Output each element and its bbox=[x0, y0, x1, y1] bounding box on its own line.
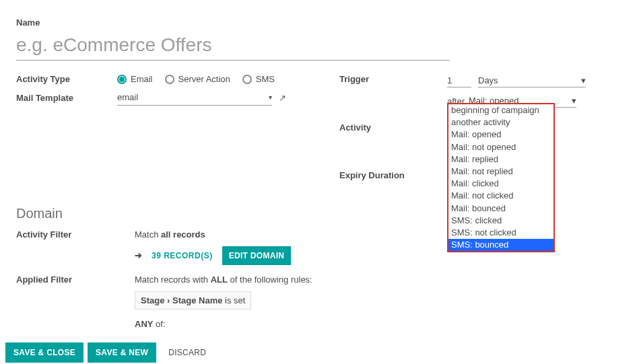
save-close-button[interactable]: SAVE & CLOSE bbox=[5, 342, 83, 363]
dropdown-option[interactable]: Mail: not clicked bbox=[448, 190, 554, 202]
dropdown-option[interactable]: SMS: bounced bbox=[448, 239, 554, 251]
mail-template-value: email bbox=[117, 92, 138, 102]
dropdown-option[interactable]: beginning of campaign bbox=[448, 104, 554, 116]
applied-post: of the following rules: bbox=[228, 275, 312, 285]
chevron-down-icon: ▾ bbox=[269, 94, 272, 101]
radio-email[interactable]: Email bbox=[117, 74, 153, 84]
trigger-unit-value: Days bbox=[478, 75, 498, 85]
trigger-unit-select[interactable]: Days ▾ bbox=[478, 74, 586, 87]
applied-all: ALL bbox=[211, 275, 228, 285]
records-count-link[interactable]: 39 RECORD(S) bbox=[152, 251, 213, 260]
dropdown-option[interactable]: SMS: clicked bbox=[448, 215, 554, 227]
any-word: ANY bbox=[135, 319, 153, 329]
rule-chip[interactable]: Stage › Stage Name is set bbox=[135, 291, 251, 310]
applied-filter-label: Applied Filter bbox=[16, 275, 135, 329]
name-input[interactable] bbox=[16, 30, 450, 61]
activity-label: Activity bbox=[339, 122, 447, 133]
mail-template-label: Mail Template bbox=[16, 93, 117, 103]
radio-server-action[interactable]: Server Action bbox=[165, 74, 230, 84]
expiry-label: Expiry Duration bbox=[339, 170, 447, 180]
dropdown-option[interactable]: Mail: opened bbox=[448, 129, 554, 141]
trigger-count-input[interactable]: 1 bbox=[447, 74, 471, 87]
chip-subfield: Stage Name bbox=[172, 295, 222, 305]
trigger-label: Trigger bbox=[339, 74, 447, 84]
footer-actions: SAVE & CLOSE SAVE & NEW DISCARD bbox=[5, 342, 214, 363]
radio-email-label: Email bbox=[131, 74, 153, 84]
dropdown-option[interactable]: Mail: replied bbox=[448, 153, 554, 166]
dropdown-option[interactable]: Mail: bounced bbox=[448, 203, 554, 215]
discard-button[interactable]: DISCARD bbox=[160, 342, 214, 363]
edit-domain-button[interactable]: EDIT DOMAIN bbox=[222, 246, 292, 265]
dropdown-option[interactable]: Mail: not replied bbox=[448, 166, 554, 178]
applied-pre: Match records with bbox=[135, 275, 211, 285]
dropdown-option[interactable]: another activity bbox=[448, 116, 554, 129]
activity-type-radios: Email Server Action SMS bbox=[117, 74, 275, 84]
any-post: of: bbox=[153, 319, 165, 329]
external-link-icon[interactable]: ↗ bbox=[279, 93, 286, 103]
dropdown-option[interactable]: SMS: not clicked bbox=[448, 227, 554, 239]
chevron-down-icon: ▾ bbox=[581, 75, 586, 85]
chevron-down-icon: ▾ bbox=[572, 96, 576, 106]
radio-server-action-label: Server Action bbox=[178, 74, 230, 84]
trigger-after-dropdown: beginning of campaign another activity M… bbox=[447, 103, 555, 252]
radio-sms[interactable]: SMS bbox=[242, 74, 275, 84]
arrow-right-icon: ➔ bbox=[135, 250, 142, 260]
chip-operator: is set bbox=[225, 295, 245, 305]
match-all-records: all records bbox=[161, 229, 205, 240]
radio-sms-label: SMS bbox=[256, 74, 275, 84]
dropdown-option[interactable]: Mail: clicked bbox=[448, 178, 554, 190]
dropdown-option[interactable]: Mail: not opened bbox=[448, 141, 554, 153]
chevron-right-icon: › bbox=[167, 295, 170, 305]
activity-type-label: Activity Type bbox=[16, 74, 117, 84]
save-new-button[interactable]: SAVE & NEW bbox=[88, 342, 156, 363]
chip-field: Stage bbox=[141, 295, 164, 305]
name-label: Name bbox=[16, 17, 619, 28]
mail-template-select[interactable]: email ▾ bbox=[117, 89, 272, 106]
match-prefix: Match bbox=[135, 229, 161, 240]
activity-filter-label: Activity Filter bbox=[16, 229, 135, 265]
